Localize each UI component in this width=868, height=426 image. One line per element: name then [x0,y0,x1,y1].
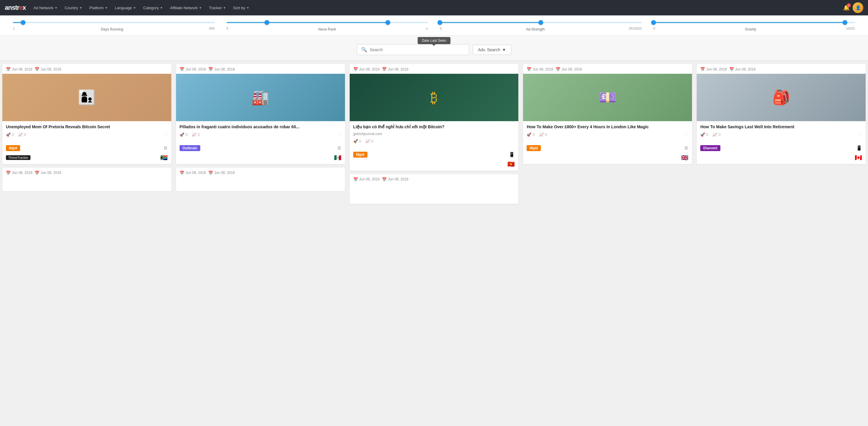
nav-sort-by[interactable]: Sort by ▼ [230,4,252,12]
logo-accent: e [19,4,23,11]
card-title: Liệu bạn có thể nghỉ hưu chỉ với một Bit… [353,124,515,130]
chevron-down-icon: ▼ [502,48,506,52]
tracker-badge: ThriveTracker [6,155,30,160]
calendar-icon: 📅 [382,177,387,181]
card-partial-0: 📅 Jun 08, 2018 📅 Jun 08, 2018 [2,168,171,191]
card-title: How To Make Savings Last Well Into Retir… [700,124,862,130]
sliders-row: 1 Days Running 893 5 Alexa Rank ∞ [0,16,868,36]
card-pillados: 📅 Jun 08, 2018 📅 Jun 08, 2018 🏭 Pillados… [176,64,345,164]
slider-thumb-left[interactable] [21,20,26,25]
cards-column-0: 📅 Jun 08, 2018 📅 Jun 08, 2018 👩‍👦 Unempl… [0,61,174,210]
calendar-icon: 📅 [353,177,358,181]
slider-alexa-rank: 5 Alexa Rank ∞ [221,20,434,31]
card-image: 👩‍👦 [2,74,171,121]
trend-icon: 📈 [539,133,544,137]
chevron-down-icon: ▼ [55,6,58,9]
favorite-icon[interactable]: ♡ [510,138,515,144]
push-icon: 🚀 [527,133,531,137]
nav-category[interactable]: Category ▼ [140,4,166,12]
card-image: 🏭 [176,74,345,121]
desktop-icon: 🖥 [684,145,688,151]
cards-column-2: 📅 Jun 08, 2018 📅 Jun 08, 2018 ₿ Liệu bạn… [347,61,521,210]
nav-platform[interactable]: Platform ▼ [86,4,111,12]
cards-grid: 📅 Jun 08, 2018 📅 Jun 08, 2018 👩‍👦 Unempl… [0,61,868,210]
calendar-icon: 📅 [729,67,734,72]
slider-ad-strength: 0 Ad-Strength 2515033 [434,20,648,31]
slider-thumb-right[interactable] [538,20,543,25]
calendar-icon: 📅 [353,67,358,72]
chevron-down-icon: ▼ [160,6,163,9]
adv-search-button[interactable]: Adv. Search ▼ [473,45,511,55]
nav-country[interactable]: Country ▼ [62,4,85,12]
trend-icon: 📈 [712,133,717,137]
calendar-icon: 📅 [35,67,39,72]
calendar-icon: 📅 [700,67,705,72]
favorite-icon[interactable]: ♡ [164,132,168,138]
search-icon: 🔍 [361,47,367,52]
nav-ad-network[interactable]: Ad Network ▼ [30,4,60,12]
chevron-down-icon: ▼ [199,6,202,9]
network-badge[interactable]: Mgid [527,145,541,151]
notification-badge: 1 [847,3,851,7]
country-flag: 🇬🇧 [681,154,688,161]
favorite-icon[interactable]: ♡ [684,132,688,138]
card-partial-1: 📅 Jun 08, 2018 📅 Jun 08, 2018 [176,168,345,191]
push-icon: 🚀 [180,133,184,137]
card-partial-2: 📅 Jun 08, 2018 📅 Jun 08, 2018 [350,174,519,204]
calendar-icon: 📅 [556,67,560,72]
calendar-icon: 📅 [180,171,184,175]
favorite-icon[interactable]: ♡ [337,132,341,138]
push-icon: 🚀 [353,139,358,143]
slider-days-running: 1 Days Running 893 [7,20,221,31]
slider-thumb-left[interactable] [438,20,442,25]
trend-icon: 📈 [192,133,196,137]
slider-thumb-right[interactable] [385,20,390,25]
network-badge[interactable]: Dianomi [700,145,720,151]
calendar-icon: 📅 [527,67,531,72]
search-box[interactable]: 🔍 [357,44,469,55]
country-flag: 🇨🇦 [855,154,862,161]
card-image: ₿ [350,74,519,121]
chevron-down-icon: ▼ [79,6,82,9]
calendar-icon: 📅 [6,171,11,175]
network-badge[interactable]: Mgid [6,145,20,151]
desktop-icon: 🖥 [337,145,341,151]
card-title: How To Make Over £800+ Every 4 Hours In … [527,124,688,130]
nav-language[interactable]: Language ▼ [112,4,139,12]
desktop-icon: 🖥 [163,145,168,151]
slider-thumb-right[interactable] [842,20,847,25]
card-savings-retirement: 📅 Jun 08, 2018 📅 Jun 08, 2018 🎒 How To M… [697,64,866,164]
cards-column-1: 📅 Jun 08, 2018 📅 Jun 08, 2018 🏭 Pillados… [174,61,347,210]
card-title: Unemployed Mom Of Pretoria Reveals Bitco… [6,124,168,130]
calendar-icon: 📅 [208,67,213,72]
nav-affiliate-network[interactable]: Affiliate Network ▼ [167,4,205,12]
date-last-seen-tooltip: Date Last Seen [418,37,451,44]
country-flag: 🇲🇽 [334,154,341,161]
trend-icon: 📈 [365,139,370,143]
search-input[interactable] [370,48,465,52]
calendar-icon: 📅 [35,171,39,175]
notification-bell[interactable]: 🔔 1 [843,4,850,11]
chevron-down-icon: ▼ [105,6,108,9]
trend-icon: 📈 [18,133,23,137]
calendar-icon: 📅 [180,67,184,72]
slider-thumb-left[interactable] [651,20,656,25]
user-avatar[interactable]: 👤 [852,2,863,13]
card-image: 💷 [523,74,692,121]
slider-thumb-left[interactable] [265,20,269,25]
mobile-icon: 📱 [509,152,515,157]
calendar-icon: 📅 [208,171,213,175]
push-icon: 🚀 [6,133,11,137]
push-icon: 🚀 [700,133,705,137]
nav-right: 🔔 1 👤 [843,2,863,13]
card-london-money: 📅 Jun 08, 2018 📅 Jun 08, 2018 💷 How To M… [523,64,692,164]
network-badge[interactable]: Mgid [353,152,367,158]
slider-track-days[interactable] [13,20,215,26]
nav-tracker[interactable]: Tracker ▼ [206,4,229,12]
favorite-icon[interactable]: ♡ [858,132,862,138]
network-badge[interactable]: Outbrain [180,145,200,151]
chevron-down-icon: ▼ [133,6,136,9]
cards-column-4: 📅 Jun 08, 2018 📅 Jun 08, 2018 🎒 How To M… [694,61,868,210]
slider-gravity: 0 Gravity 10231 [648,20,861,31]
app-logo[interactable]: anstrex [5,4,26,11]
